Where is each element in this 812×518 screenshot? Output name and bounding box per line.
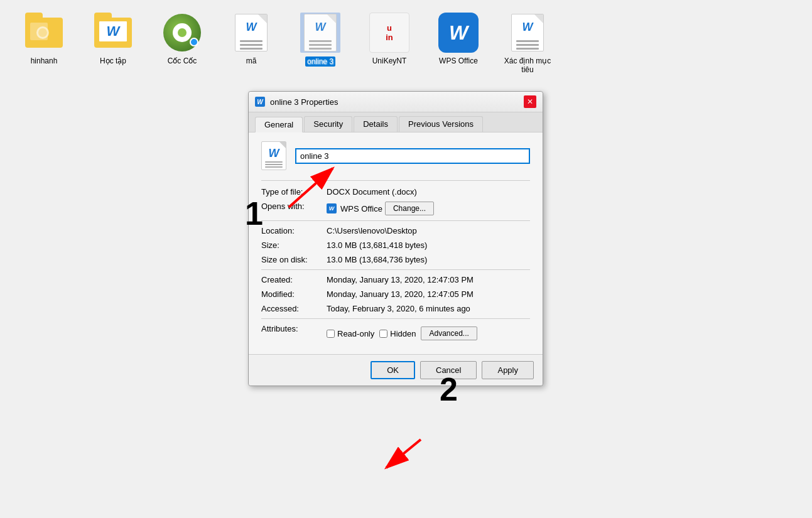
hidden-label: Hidden	[390, 329, 416, 338]
desktop-icons-container: hinhanh W Học tập	[0, 0, 812, 87]
icon-label-online3: online 3	[305, 57, 335, 67]
modified-label: Modified:	[261, 289, 324, 299]
created-row: Created: Monday, January 13, 2020, 12:47…	[261, 275, 530, 284]
tab-general[interactable]: General	[255, 117, 303, 132]
opens-app-name: WPS Office	[340, 204, 382, 213]
icon-label-hinhanh: hinhanh	[31, 57, 58, 65]
modified-row: Modified: Monday, January 13, 2020, 12:4…	[261, 289, 530, 299]
dialog-title-text: online 3 Properties	[270, 97, 338, 107]
wps-doc-icon-online3: W	[300, 13, 340, 53]
desktop-icon-xacdinh[interactable]: W Xác định mục tiêu	[502, 13, 553, 74]
wps-doc-shape-ma: W	[235, 14, 268, 51]
icon-label-wpsoffice: WPS Office	[439, 57, 478, 65]
info-section-type: Type of file: DOCX Document (.docx) Open…	[261, 180, 530, 215]
desktop-icon-wpsoffice[interactable]: W WPS Office	[433, 13, 484, 65]
attributes-row: Attributes: Read-only Hidden Advanced...	[261, 324, 530, 340]
opens-label: Opens with:	[261, 202, 324, 215]
size-row: Size: 13.0 MB (13,681,418 bytes)	[261, 240, 530, 250]
wps-doc-icon-xacdinh: W	[507, 13, 548, 53]
folder-body	[25, 18, 63, 48]
wps-doc-icon-ma: W	[231, 13, 271, 53]
opens-row: Opens with: W WPS Office Change...	[261, 202, 530, 215]
icon-label-xacdinh: Xác định mục tiêu	[502, 57, 553, 74]
type-value: DOCX Document (.docx)	[327, 187, 530, 197]
advanced-button[interactable]: Advanced...	[421, 326, 477, 340]
wps-doc-shape-online3: W	[304, 14, 337, 51]
desktop-icon-hoctap[interactable]: W Học tập	[88, 13, 138, 65]
dialog-tabs: General Security Details Previous Versio…	[249, 112, 543, 132]
size-disk-row: Size on disk: 13.0 MB (13,684,736 bytes)	[261, 255, 530, 264]
location-value: C:\Users\lenovo\Desktop	[327, 226, 530, 235]
dialog-close-button[interactable]: ✕	[524, 95, 536, 108]
created-label: Created:	[261, 275, 324, 284]
attributes-controls: Read-only Hidden Advanced...	[327, 326, 477, 340]
size-value: 13.0 MB (13,681,418 bytes)	[327, 240, 530, 250]
folder-icon-hinhanh	[24, 13, 64, 53]
wps-doc-shape-xacdinh: W	[511, 14, 544, 51]
separator-2	[261, 269, 530, 270]
accessed-label: Accessed:	[261, 304, 324, 313]
separator-1	[261, 220, 530, 221]
size-label: Size:	[261, 240, 324, 250]
doc-lines-online3	[309, 40, 332, 50]
icon-label-unikey: UniKeyNT	[372, 57, 407, 65]
icon-label-ma: mã	[246, 57, 257, 65]
titlebar-left: W online 3 Properties	[255, 97, 338, 107]
readonly-checkbox-label[interactable]: Read-only	[327, 329, 374, 338]
hidden-checkbox[interactable]	[379, 330, 387, 338]
properties-dialog: W online 3 Properties ✕ General Security…	[248, 91, 543, 386]
coccoc-core	[178, 28, 187, 37]
file-big-icon: W	[261, 141, 286, 170]
wps-office-icon: W	[438, 13, 479, 53]
accessed-row: Accessed: Today, February 3, 2020, 6 min…	[261, 304, 530, 313]
cancel-button[interactable]: Cancel	[420, 361, 477, 379]
opens-value: W WPS Office	[327, 202, 382, 215]
location-row: Location: C:\Users\lenovo\Desktop	[261, 226, 530, 235]
apply-button[interactable]: Apply	[482, 361, 534, 379]
desktop-icon-online3[interactable]: W online 3	[295, 13, 345, 67]
size-disk-value: 13.0 MB (13,684,736 bytes)	[327, 255, 530, 264]
icon-label-hoctap: Học tập	[100, 57, 126, 65]
dialog-content: W Type of file: DOCX Document (.docx) Op…	[249, 132, 543, 354]
type-label: Type of file:	[261, 187, 324, 197]
unikey-icon-shape: uin	[369, 13, 409, 53]
hidden-checkbox-label[interactable]: Hidden	[379, 329, 416, 338]
tab-previous-versions[interactable]: Previous Versions	[399, 116, 483, 132]
desktop-icon-unikey[interactable]: uin UniKeyNT	[364, 13, 414, 65]
filename-input[interactable]	[295, 148, 530, 164]
tab-details[interactable]: Details	[354, 116, 398, 132]
svg-line-3	[386, 440, 421, 468]
accessed-value: Today, February 3, 2020, 6 minutes ago	[327, 304, 530, 313]
wps-office-icon-shape: W	[438, 13, 479, 53]
change-button[interactable]: Change...	[385, 202, 434, 215]
desktop-icon-coccoc[interactable]: Cốc Cốc	[157, 13, 207, 65]
type-row: Type of file: DOCX Document (.docx)	[261, 187, 530, 197]
doc-lines-xacdinh	[516, 40, 539, 50]
file-header: W	[261, 141, 530, 170]
folder-icon-hoctap: W	[93, 13, 133, 53]
desktop-icon-ma[interactable]: W mã	[226, 13, 276, 65]
coccoc-icon	[162, 13, 202, 53]
size-disk-label: Size on disk:	[261, 255, 324, 264]
desktop-icon-hinhanh[interactable]: hinhanh	[19, 13, 69, 65]
wps-office-letter: W	[449, 21, 468, 45]
dialog-footer: OK Cancel Apply	[249, 354, 543, 386]
location-label: Location:	[261, 226, 324, 235]
tab-security[interactable]: Security	[304, 116, 352, 132]
icon-label-coccoc: Cốc Cốc	[168, 57, 197, 65]
attributes-label: Attributes:	[261, 324, 324, 340]
readonly-label: Read-only	[337, 329, 374, 338]
unikey-icon: uin	[369, 13, 409, 53]
ok-button[interactable]: OK	[371, 361, 415, 379]
doc-lines-ma	[240, 40, 263, 50]
created-value: Monday, January 13, 2020, 12:47:03 PM	[327, 275, 530, 284]
modified-value: Monday, January 13, 2020, 12:47:05 PM	[327, 289, 530, 299]
coccoc-icon-shape	[163, 14, 201, 51]
readonly-checkbox[interactable]	[327, 330, 335, 338]
file-icon-letter: W	[269, 147, 279, 160]
coccoc-inner	[173, 23, 192, 42]
wps-opens-icon: W	[327, 203, 337, 213]
folder-body-2: W	[94, 18, 132, 48]
dialog-titlebar: W online 3 Properties ✕	[249, 92, 543, 112]
desktop: hinhanh W Học tập	[0, 0, 812, 518]
